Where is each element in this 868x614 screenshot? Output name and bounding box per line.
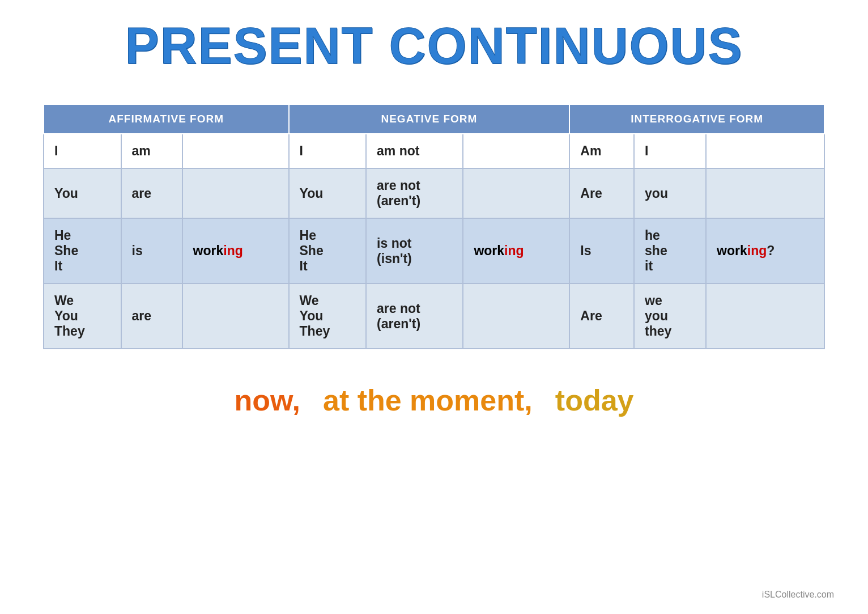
page-title: PRESENT CONTINUOUS: [125, 17, 743, 75]
int-subject: you: [634, 168, 706, 218]
neg-word: working: [463, 218, 569, 283]
aff-subject: I: [44, 134, 121, 168]
aff-verb: are: [121, 283, 182, 349]
neg-subject: WeYouThey: [289, 283, 367, 349]
table-row: HeSheItisworkingHeSheItis not(isn't)work…: [44, 218, 824, 283]
adverb-now: now,: [234, 383, 300, 417]
neg-subject: I: [289, 134, 367, 168]
aff-word: [182, 134, 289, 168]
neg-verb: are not(aren't): [366, 283, 463, 349]
neg-word: [463, 283, 569, 349]
neg-verb: is not(isn't): [366, 218, 463, 283]
neg-verb: are not(aren't): [366, 168, 463, 218]
aff-subject: WeYouThey: [44, 283, 121, 349]
table-row: YouareYouare not(aren't)Areyou: [44, 168, 824, 218]
int-aux: Are: [569, 283, 634, 349]
int-word: [706, 283, 824, 349]
int-subject: I: [634, 134, 706, 168]
aff-subject: HeSheIt: [44, 218, 121, 283]
int-subject: weyouthey: [634, 283, 706, 349]
aff-verb: am: [121, 134, 182, 168]
aff-verb: are: [121, 168, 182, 218]
adverbs-section: now, at the moment, today: [234, 383, 633, 417]
footer: iSLCollective.com: [762, 590, 834, 603]
table-row: IamIam notAmI: [44, 134, 824, 168]
neg-word: [463, 134, 569, 168]
neg-subject: You: [289, 168, 367, 218]
int-word: working?: [706, 218, 824, 283]
int-aux: Is: [569, 218, 634, 283]
neg-subject: HeSheIt: [289, 218, 367, 283]
neg-word: [463, 168, 569, 218]
affirmative-header: AFFIRMATIVE FORM: [44, 104, 289, 134]
int-aux: Are: [569, 168, 634, 218]
negative-header: NEGATIVE FORM: [289, 104, 570, 134]
interrogative-header: INTERROGATIVE FORM: [569, 104, 824, 134]
adverb-moment: at the moment,: [323, 383, 533, 417]
adverb-today: today: [555, 383, 634, 417]
aff-subject: You: [44, 168, 121, 218]
int-word: [706, 134, 824, 168]
aff-word: [182, 283, 289, 349]
int-subject: hesheit: [634, 218, 706, 283]
grammar-table-wrapper: AFFIRMATIVE FORM NEGATIVE FORM INTERROGA…: [43, 104, 825, 349]
table-row: WeYouTheyareWeYouTheyare not(aren't)Arew…: [44, 283, 824, 349]
aff-verb: is: [121, 218, 182, 283]
neg-verb: am not: [366, 134, 463, 168]
aff-word: [182, 168, 289, 218]
aff-word: working: [182, 218, 289, 283]
int-aux: Am: [569, 134, 634, 168]
grammar-table: AFFIRMATIVE FORM NEGATIVE FORM INTERROGA…: [43, 104, 825, 349]
int-word: [706, 168, 824, 218]
